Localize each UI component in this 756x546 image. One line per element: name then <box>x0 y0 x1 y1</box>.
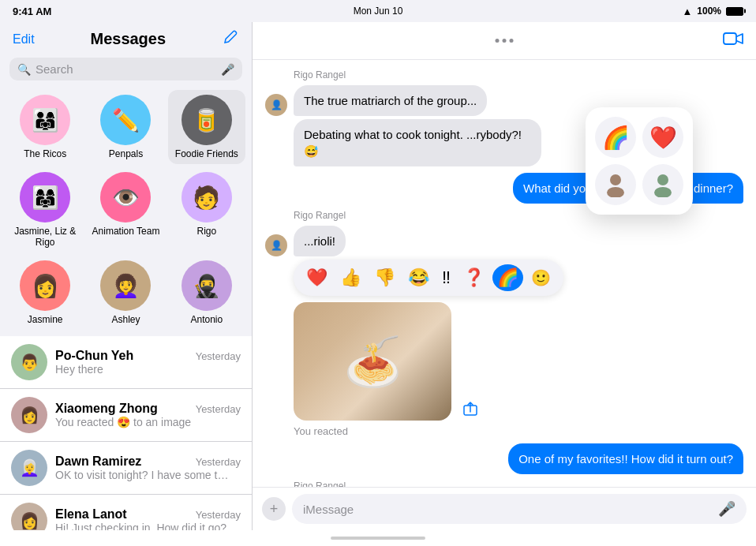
reaction-person2[interactable] <box>642 164 683 205</box>
pinned-avatar-pin3: 🥫 <box>182 95 232 145</box>
pinned-label-pin3: Foodie Friends <box>175 148 238 159</box>
status-time: 9:41 AM <box>13 6 51 17</box>
convo-item-cv3[interactable]: 👩‍🦳 Dawn Ramirez Yesterday OK to visit t… <box>0 442 252 495</box>
pinned-avatar-pin6: 🧑 <box>182 172 232 223</box>
msg-bubble-2: Debating what to cook tonight. ...rybody… <box>294 119 541 166</box>
pinned-avatar-pin4: 👩‍👩‍👧 <box>20 172 70 223</box>
convo-item-cv1[interactable]: 👨 Po-Chun Yeh Yesterday Hey there <box>0 336 252 389</box>
pinned-item-pin7[interactable]: 👩 Jasmine <box>6 256 84 330</box>
pinned-avatar-pin5: 👁️ <box>100 172 151 223</box>
msg-bubble-4: ...rioli! <box>294 226 346 256</box>
reaction-popup[interactable]: 🌈 ❤️ <box>586 107 693 215</box>
pinned-avatar-pin8: 👩‍🦱 <box>100 260 151 311</box>
share-button[interactable] <box>462 401 478 421</box>
convo-preview-cv4: Hi! Just checking in. How did it go? <box>55 522 229 530</box>
conversation-list: 👨 Po-Chun Yeh Yesterday Hey there 👩 Xiao… <box>0 336 252 530</box>
status-bar: 9:41 AM Mon Jun 10 ▲ 100% <box>0 0 756 22</box>
svg-point-1 <box>610 174 621 185</box>
tapback-rainbow[interactable]: 🌈 <box>492 264 523 291</box>
status-date: Mon Jun 10 <box>354 6 403 17</box>
messages-area: 🌈 ❤️ Rigo Rangel <box>253 60 756 487</box>
main-container: Edit Messages 🔍 Search 🎤 👨‍👩‍👧 The Rico <box>0 22 756 530</box>
msg-row-4: 👤 ...rioli! <box>265 226 743 256</box>
convo-info-cv4: Elena Lanot Yesterday Hi! Just checking … <box>55 507 241 530</box>
msg-bubble-1: The true matriarch of the group... <box>294 85 487 116</box>
tapback-heart[interactable]: ❤️ <box>301 264 332 291</box>
sidebar-title: Messages <box>35 30 222 48</box>
convo-top-cv1: Po-Chun Yeh Yesterday <box>55 349 241 363</box>
edit-button[interactable]: Edit <box>13 32 35 47</box>
dot-3 <box>510 39 514 43</box>
search-container: 🔍 Search 🎤 <box>0 54 252 87</box>
convo-avatar-cv3: 👩‍🦳 <box>11 450 47 486</box>
pinned-item-pin6[interactable]: 🧑 Rigo <box>168 167 245 252</box>
pinned-avatar-pin9: 🥷 <box>182 260 232 311</box>
dot-1 <box>496 39 500 43</box>
pinned-label-pin7: Jasmine <box>28 314 63 325</box>
pinned-item-pin5[interactable]: 👁️ Animation Team <box>87 167 164 252</box>
convo-name-cv4: Elena Lanot <box>55 507 127 522</box>
add-reaction-button[interactable]: 🙂 <box>526 265 556 290</box>
pinned-label-pin8: Ashley <box>111 314 140 325</box>
message-input[interactable]: iMessage 🎤 <box>292 494 747 524</box>
search-input[interactable]: Search <box>36 62 216 76</box>
convo-avatar-cv4: 👩 <box>11 503 47 530</box>
svg-point-4 <box>654 187 672 197</box>
sidebar: Edit Messages 🔍 Search 🎤 👨‍👩‍👧 The Rico <box>0 22 253 530</box>
convo-item-cv2[interactable]: 👩 Xiaomeng Zhong Yesterday You reacted 😍… <box>0 389 252 442</box>
convo-time-cv1: Yesterday <box>196 350 241 362</box>
tapback-thumbsdown[interactable]: 👎 <box>369 264 400 291</box>
battery-label: 100% <box>697 6 721 17</box>
pinned-section: 👨‍👩‍👧 The Ricos ✏️ Penpals 🥫 Foodie Frie… <box>0 87 252 336</box>
input-bar: + iMessage 🎤 <box>253 487 756 530</box>
convo-top-cv2: Xiaomeng Zhong Yesterday <box>55 402 241 416</box>
pinned-item-pin2[interactable]: ✏️ Penpals <box>87 90 164 164</box>
tapback-thumbsup[interactable]: 👍 <box>335 264 366 291</box>
tapback-question[interactable]: ❓ <box>458 264 489 291</box>
convo-name-cv1: Po-Chun Yeh <box>55 349 133 363</box>
msg-bubble-5: One of my favorites!! How did it turn ou… <box>508 443 743 474</box>
pinned-item-pin4[interactable]: 👩‍👩‍👧 Jasmine, Liz & Rigo <box>6 167 84 252</box>
image-message[interactable] <box>294 302 451 421</box>
video-call-button[interactable] <box>723 31 743 51</box>
reaction-heart[interactable]: ❤️ <box>642 117 683 158</box>
reaction-rainbow[interactable]: 🌈 <box>595 117 636 158</box>
convo-top-cv3: Dawn Ramirez Yesterday <box>55 454 241 469</box>
convo-preview-cv1: Hey there <box>55 363 229 376</box>
svg-rect-0 <box>724 33 736 44</box>
plus-button[interactable]: + <box>262 497 286 521</box>
search-icon: 🔍 <box>17 63 31 76</box>
tapback-bar: ❤️ 👍 👎 😂 ‼️ ❓ 🌈 🙂 <box>294 260 563 296</box>
reaction-person1[interactable] <box>595 164 636 205</box>
svg-point-2 <box>607 187 624 197</box>
tapback-haha[interactable]: 😂 <box>403 264 434 291</box>
compose-button[interactable] <box>222 28 239 50</box>
battery-icon <box>726 7 743 16</box>
dot-2 <box>503 39 507 43</box>
chat-panel: 🌈 ❤️ Rigo Rangel <box>253 22 756 530</box>
status-indicators: ▲ 100% <box>682 6 743 17</box>
msg-row-image <box>265 302 743 421</box>
tapback-exclaim[interactable]: ‼️ <box>437 264 455 291</box>
pinned-item-pin1[interactable]: 👨‍👩‍👧 The Ricos <box>6 90 84 164</box>
search-box[interactable]: 🔍 Search 🎤 <box>9 58 242 80</box>
pinned-avatar-pin7: 👩 <box>20 260 70 311</box>
pinned-item-pin8[interactable]: 👩‍🦱 Ashley <box>87 256 164 330</box>
mic-icon: 🎤 <box>221 63 234 76</box>
msg-row-5: One of my favorites!! How did it turn ou… <box>265 443 743 474</box>
sender-name-1: Rigo Rangel <box>294 69 743 80</box>
convo-avatar-cv2: 👩 <box>11 397 47 433</box>
convo-preview-cv2: You reacted 😍 to an image <box>55 416 229 428</box>
convo-name-cv3: Dawn Ramirez <box>55 454 141 469</box>
pinned-item-pin9[interactable]: 🥷 Antonio <box>168 256 245 330</box>
pinned-avatar-pin1: 👨‍👩‍👧 <box>20 95 70 145</box>
pinned-item-pin3[interactable]: 🥫 Foodie Friends <box>168 90 245 164</box>
pinned-avatar-pin2: ✏️ <box>100 95 151 145</box>
convo-name-cv2: Xiaomeng Zhong <box>55 402 158 416</box>
input-mic-icon[interactable]: 🎤 <box>718 500 735 518</box>
msg-avatar-1: 👤 <box>265 94 287 116</box>
you-reacted-label: You reacted <box>294 425 743 437</box>
svg-point-3 <box>657 174 668 185</box>
convo-item-cv4[interactable]: 👩 Elena Lanot Yesterday Hi! Just checkin… <box>0 495 252 530</box>
home-indicator <box>0 530 756 546</box>
